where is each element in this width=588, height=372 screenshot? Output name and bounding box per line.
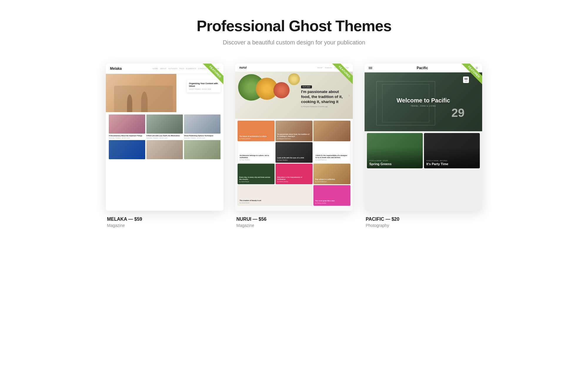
melaka-article-meta-2: READING THEMES · 09 NOV 2018: [146, 137, 183, 139]
melaka-name: MELAKA: [107, 217, 127, 222]
nurui-category: Magazine: [236, 223, 352, 228]
nurui-cell-author-6: by Janet Robertson: [315, 159, 348, 161]
ribbon-label: Featured: [203, 64, 223, 84]
nurui-cell-3: [313, 121, 350, 141]
page-subtitle: Discover a beautiful custom design for y…: [197, 39, 392, 46]
nurui-cell-author-11: by Patricia Jenkins: [315, 202, 349, 204]
nurui-cell-6: I think it's the responsibility of a des…: [313, 142, 350, 163]
nurui-nav-link: Home*: [317, 67, 323, 69]
pacific-hero-category: TRAVEL, FOOD & LIVING: [397, 105, 450, 107]
pacific-info: PACIFIC — $20 Photography: [365, 217, 482, 228]
nurui-cell-title-10: The creation of beauty is art: [240, 200, 310, 202]
melaka-article-6: [184, 140, 220, 160]
nurui-cell-5: Look at life with the eyes of a child by…: [275, 142, 313, 163]
nurui-cell-11: You must grow like a tree by Patricia Je…: [313, 185, 350, 206]
nurui-cell-10: The creation of beauty is art by James B…: [238, 185, 313, 206]
pacific-name-price: PACIFIC — $20: [366, 217, 481, 222]
melaka-article-meta-1: READING THEMES · 09 NOV 2018: [109, 137, 145, 139]
pacific-article-1-title: Spring Greens: [369, 162, 392, 166]
nurui-cell-title-9: Pop culture is a reflection: [315, 178, 349, 180]
nurui-name-price: NURUI — $56: [236, 217, 352, 222]
melaka-info: MELAKA — $59 Magazine: [106, 217, 223, 228]
melaka-nav-link: AUTHORS: [168, 68, 177, 69]
pacific-article-2-cat: FOOD & DRINK, RECIPES: [426, 160, 448, 162]
melaka-name-price: MELAKA — $59: [107, 217, 222, 222]
nurui-logo: nurui: [239, 66, 247, 69]
melaka-nav-link: TAGS: [179, 68, 184, 69]
melaka-article-5: [146, 140, 183, 160]
nurui-cell-author-2: by Margaret Robertson: [277, 138, 311, 140]
themes-grid: Featured Melaka HOME ABOUT AUTHORS TAGS …: [88, 64, 500, 228]
nurui-cell-author-4: by Sean Hamilton: [240, 159, 273, 161]
theme-card-pacific[interactable]: Featured Pacific ⌕ ⊙: [365, 64, 482, 228]
nurui-cell-author-5: by Sean Hamilton: [277, 160, 311, 161]
melaka-img-5: [146, 140, 183, 159]
pacific-article-2-text: FOOD & DRINK, RECIPES It's Party Time: [424, 157, 451, 168]
nurui-cell-7: Every day, in every city and town across…: [238, 164, 275, 184]
nurui-cell-author-1: by Patricia Jenkins: [239, 138, 273, 140]
pacific-hero-title-text: Welcome to Pacific: [397, 97, 450, 104]
melaka-article-title-1: A Documentary About the Important Things: [109, 135, 145, 137]
pacific-article-2: FOOD & DRINK, RECIPES It's Party Time: [424, 133, 480, 168]
nurui-hero-badge: FEATURED: [301, 85, 312, 88]
nurui-cell-title-6: I think it's the responsibility of a des…: [315, 155, 348, 159]
nurui-cell-title-7: Every day, in every city and town across…: [239, 176, 273, 180]
nurui-preview[interactable]: Featured nurui Home* Features Style Guid…: [235, 64, 353, 211]
pacific-article-1-cat: FOOD & DRINK, STUFF: [369, 160, 392, 162]
melaka-articles-grid: A Documentary About the Important Things…: [106, 112, 223, 163]
pacific-article-1: FOOD & DRINK, STUFF Spring Greens: [367, 133, 423, 168]
theme-card-nurui[interactable]: Featured nurui Home* Features Style Guid…: [235, 64, 353, 228]
ribbon-label: Featured: [462, 64, 482, 84]
melaka-hero-image: [106, 74, 176, 112]
page-title: Professional Ghost Themes: [197, 18, 392, 34]
melaka-price: $59: [134, 217, 142, 222]
nurui-price: $56: [259, 217, 267, 222]
nurui-cell-title-4: Architecture belongs to culture, not to …: [240, 155, 273, 159]
theme-card-melaka[interactable]: Featured Melaka HOME ABOUT AUTHORS TAGS …: [106, 64, 223, 228]
pacific-hero-title-block: Welcome to Pacific TRAVEL, FOOD & LIVING: [397, 97, 450, 107]
pacific-logo: Pacific: [417, 66, 428, 70]
nurui-cell-author-8: by Patricia Jenkins: [277, 181, 311, 182]
nurui-cell-title-11: You must grow like a tree: [315, 200, 349, 202]
melaka-img-6: [184, 140, 220, 159]
melaka-logo: Melaka: [110, 67, 122, 71]
pacific-hamburger-icon[interactable]: [369, 67, 372, 69]
ribbon-label: Featured: [332, 64, 353, 84]
nurui-info: NURUI — $56 Magazine: [235, 217, 353, 228]
nurui-cell-4: Architecture belongs to culture, not to …: [238, 142, 275, 163]
nurui-cell-author-9: by Janet Robertson: [315, 181, 349, 182]
melaka-article-meta-3: READING THEMES · 09 NOV 2018: [184, 137, 220, 139]
melaka-preview[interactable]: Featured Melaka HOME ABOUT AUTHORS TAGS …: [106, 64, 223, 211]
melaka-img-4: [109, 140, 145, 159]
nurui-hero-nav[interactable]: ›: [348, 93, 350, 98]
nurui-cell-title-2: I'm passionate about food, the tradition…: [277, 133, 311, 137]
pacific-article-1-text: FOOD & DRINK, STUFF Spring Greens: [367, 157, 394, 168]
nurui-masonry: The future of architecture is culture by…: [235, 119, 353, 207]
melaka-category: Magazine: [107, 223, 222, 228]
nurui-hero-title: I'm passionate about food, the tradition…: [301, 89, 348, 104]
page-header: Professional Ghost Themes Discover a bea…: [197, 18, 392, 46]
nurui-cell-title-1: The future of architecture is culture: [239, 135, 273, 137]
melaka-img-2: [146, 114, 183, 134]
melaka-article-3: Ghost Publishing Options Techniques READ…: [184, 114, 220, 139]
featured-ribbon-melaka: Featured: [200, 64, 223, 87]
nurui-dash: —: [253, 217, 258, 222]
melaka-article-title-2: A Rich Life with Less Stuff | the Minima…: [146, 135, 183, 137]
melaka-nav-link: ELEMENTS: [186, 68, 196, 69]
melaka-dash: —: [128, 217, 134, 222]
melaka-nav-link: HOME: [153, 68, 158, 69]
pacific-dash: —: [385, 217, 391, 222]
pacific-category: Photography: [366, 223, 481, 228]
nurui-cell-9: Pop culture is a reflection by Janet Rob…: [313, 164, 350, 184]
melaka-article-1: A Documentary About the Important Things…: [109, 114, 145, 139]
melaka-img-1: [109, 114, 145, 134]
nurui-cell-author-7: by James Bryant: [239, 181, 273, 182]
nurui-cell-author-10: by James Bryant: [240, 202, 310, 204]
nurui-cell-title-5: Look at life with the eyes of a child: [277, 157, 311, 159]
melaka-article-title-3: Ghost Publishing Options Techniques: [184, 135, 220, 137]
pacific-preview[interactable]: Featured Pacific ⌕ ⊙: [365, 64, 482, 211]
nurui-cell-title-8: Education is the transmission of civiliz…: [277, 176, 311, 180]
nurui-hero-author: by Margaret Robertson 3 months ago: [301, 106, 348, 107]
pacific-article-2-title: It's Party Time: [426, 162, 448, 166]
melaka-img-3: [184, 114, 220, 134]
